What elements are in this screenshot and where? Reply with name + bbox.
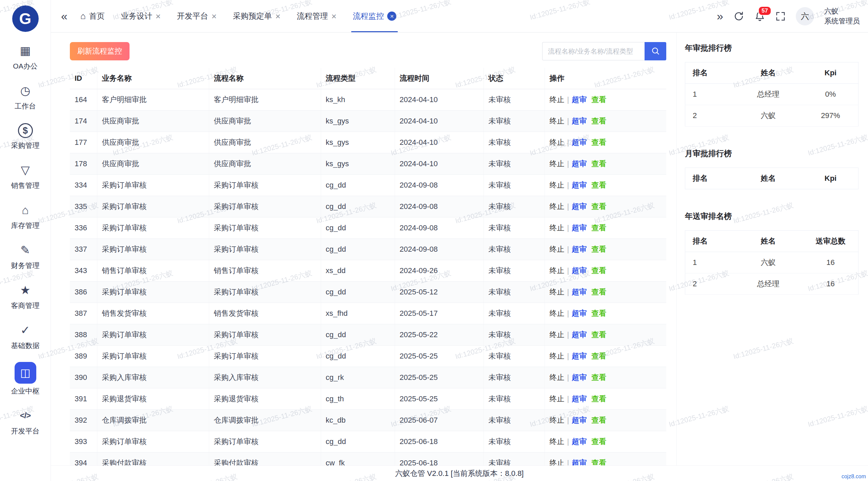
tab-dev-platform[interactable]: 开发平台 × [177, 0, 217, 32]
super-approve-action[interactable]: 超审 [572, 437, 587, 446]
view-action[interactable]: 查看 [591, 352, 606, 360]
expand-tabs-icon[interactable]: » [717, 9, 723, 23]
super-approve-action[interactable]: 超审 [572, 266, 587, 275]
table-row[interactable]: 178 供应商审批 供应商审批 ks_gys 2024-04-10 未审核 终止… [70, 153, 666, 175]
table-row[interactable]: 343 销售订单审核 销售订单审核 xs_dd 2024-09-26 未审核 终… [70, 260, 666, 282]
view-action[interactable]: 查看 [591, 138, 606, 147]
terminate-action[interactable]: 终止 [550, 330, 565, 339]
table-row[interactable]: 337 采购订单审核 采购订单审核 cg_dd 2024-09-08 未审核 终… [70, 239, 666, 260]
search-button[interactable] [645, 42, 666, 60]
view-action[interactable]: 查看 [591, 202, 606, 211]
table-row[interactable]: 391 采购退货审核 采购退货审核 cg_th 2025-05-25 未审核 终… [70, 388, 666, 410]
table-row[interactable]: 164 客户明细审批 客户明细审批 ks_kh 2024-04-10 未审核 终… [70, 89, 666, 111]
super-approve-action[interactable]: 超审 [572, 202, 587, 211]
tab-home[interactable]: ⌂ 首页 [80, 0, 105, 32]
sidebar-item-finance[interactable]: ✎ 财务管理 [0, 236, 51, 276]
table-row[interactable]: 336 采购订单审核 采购订单审核 cg_dd 2024-09-08 未审核 终… [70, 217, 666, 239]
notification-bell-icon[interactable]: 57 [754, 11, 765, 22]
terminate-action[interactable]: 终止 [550, 224, 565, 232]
terminate-action[interactable]: 终止 [550, 245, 565, 253]
terminate-action[interactable]: 终止 [550, 117, 565, 125]
tab-business-design[interactable]: 业务设计 × [121, 0, 161, 32]
super-approve-action[interactable]: 超审 [572, 288, 587, 296]
sidebar-item-enterprise-hub[interactable]: ◫ 企业中枢 [0, 356, 51, 402]
user-avatar[interactable]: 六 [796, 7, 814, 25]
table-row[interactable]: 177 供应商审批 供应商审批 ks_gys 2024-04-10 未审核 终止… [70, 132, 666, 153]
view-action[interactable]: 查看 [591, 245, 606, 253]
view-action[interactable]: 查看 [591, 95, 606, 104]
corner-site-link[interactable]: cojz8.com [842, 474, 866, 480]
table-row[interactable]: 389 采购订单审核 采购订单审核 cg_dd 2025-05-25 未审核 终… [70, 346, 666, 367]
sidebar-item-inventory[interactable]: ⌂ 库存管理 [0, 196, 51, 236]
refresh-process-monitor-button[interactable]: 刷新流程监控 [70, 42, 130, 60]
super-approve-action[interactable]: 超审 [572, 395, 587, 403]
sidebar-item-oa[interactable]: ▦ OA办公 [0, 37, 51, 77]
super-approve-action[interactable]: 超审 [572, 309, 587, 318]
refresh-icon[interactable] [733, 11, 744, 22]
table-row[interactable]: 174 供应商审批 供应商审批 ks_gys 2024-04-10 未审核 终止… [70, 111, 666, 132]
tab-purchase-preorder[interactable]: 采购预定单 × [233, 0, 280, 32]
sidebar-item-purchase[interactable]: $ 采购管理 [0, 117, 51, 156]
terminate-action[interactable]: 终止 [550, 395, 565, 403]
sidebar-item-dev-platform[interactable]: </> 开发平台 [0, 402, 51, 442]
terminate-action[interactable]: 终止 [550, 202, 565, 211]
close-icon[interactable]: × [275, 12, 280, 21]
sidebar-item-partners[interactable]: ★ 客商管理 [0, 276, 51, 316]
view-action[interactable]: 查看 [591, 159, 606, 168]
terminate-action[interactable]: 终止 [550, 373, 565, 382]
view-action[interactable]: 查看 [591, 266, 606, 275]
table-row[interactable]: 335 采购订单审核 采购订单审核 cg_dd 2024-09-08 未审核 终… [70, 196, 666, 217]
super-approve-action[interactable]: 超审 [572, 181, 587, 189]
tab-process-monitor[interactable]: 流程监控 × [353, 0, 396, 32]
terminate-action[interactable]: 终止 [550, 437, 565, 446]
sidebar-item-workbench[interactable]: ◷ 工作台 [0, 77, 51, 117]
terminate-action[interactable]: 终止 [550, 266, 565, 275]
view-action[interactable]: 查看 [591, 416, 606, 424]
user-info[interactable]: 六蚁 系统管理员 [824, 6, 860, 26]
fullscreen-icon[interactable] [775, 11, 786, 21]
terminate-action[interactable]: 终止 [550, 288, 565, 296]
table-row[interactable]: 393 采购订单审核 采购订单审核 cg_dd 2025-06-18 未审核 终… [70, 431, 666, 453]
table-row[interactable]: 334 采购订单审核 采购订单审核 cg_dd 2024-09-08 未审核 终… [70, 175, 666, 196]
close-icon[interactable]: × [212, 12, 217, 21]
view-action[interactable]: 查看 [591, 437, 606, 446]
view-action[interactable]: 查看 [591, 395, 606, 403]
super-approve-action[interactable]: 超审 [572, 117, 587, 125]
super-approve-action[interactable]: 超审 [572, 95, 587, 104]
view-action[interactable]: 查看 [591, 330, 606, 339]
view-action[interactable]: 查看 [591, 117, 606, 125]
super-approve-action[interactable]: 超审 [572, 245, 587, 253]
terminate-action[interactable]: 终止 [550, 181, 565, 189]
sidebar-item-sales[interactable]: ▽ 销售管理 [0, 156, 51, 196]
table-row[interactable]: 387 销售发货审核 销售发货审核 xs_fhd 2025-05-17 未审核 … [70, 303, 666, 324]
tab-process-management[interactable]: 流程管理 × [297, 0, 336, 32]
super-approve-action[interactable]: 超审 [572, 138, 587, 147]
search-input[interactable] [542, 42, 645, 60]
view-action[interactable]: 查看 [591, 288, 606, 296]
terminate-action[interactable]: 终止 [550, 95, 565, 104]
terminate-action[interactable]: 终止 [550, 159, 565, 168]
super-approve-action[interactable]: 超审 [572, 159, 587, 168]
super-approve-action[interactable]: 超审 [572, 224, 587, 232]
terminate-action[interactable]: 终止 [550, 352, 565, 360]
view-action[interactable]: 查看 [591, 224, 606, 232]
super-approve-action[interactable]: 超审 [572, 416, 587, 424]
close-icon[interactable]: × [156, 12, 161, 21]
super-approve-action[interactable]: 超审 [572, 373, 587, 382]
table-row[interactable]: 390 采购入库审核 采购入库审核 cg_rk 2025-05-25 未审核 终… [70, 367, 666, 388]
terminate-action[interactable]: 终止 [550, 138, 565, 147]
terminate-action[interactable]: 终止 [550, 416, 565, 424]
collapse-sidebar-icon[interactable]: « [61, 9, 67, 23]
sidebar-item-basic-data[interactable]: ✓ 基础数据 [0, 316, 51, 356]
terminate-action[interactable]: 终止 [550, 309, 565, 318]
table-row[interactable]: 392 仓库调拨审批 仓库调拨审批 kc_db 2025-06-07 未审核 终… [70, 410, 666, 431]
view-action[interactable]: 查看 [591, 373, 606, 382]
view-action[interactable]: 查看 [591, 309, 606, 318]
view-action[interactable]: 查看 [591, 181, 606, 189]
super-approve-action[interactable]: 超审 [572, 352, 587, 360]
super-approve-action[interactable]: 超审 [572, 330, 587, 339]
table-row[interactable]: 386 采购订单审核 采购订单审核 cg_dd 2025-05-12 未审核 终… [70, 282, 666, 303]
close-icon[interactable]: × [331, 12, 336, 21]
close-icon[interactable]: × [387, 12, 396, 21]
table-row[interactable]: 388 采购订单审核 采购订单审核 cg_dd 2025-05-22 未审核 终… [70, 324, 666, 346]
